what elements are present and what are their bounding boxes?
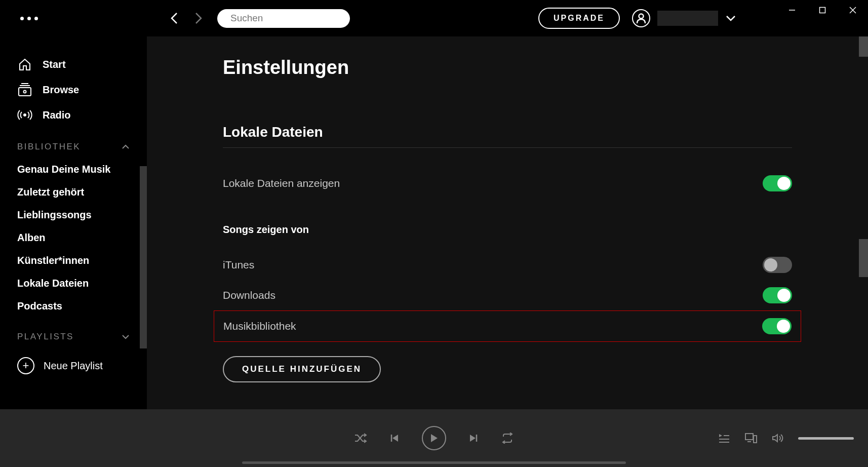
user-icon [636, 13, 646, 24]
setting-label: Lokale Dateien anzeigen [223, 177, 340, 189]
sidebar-playlists-header[interactable]: PLAYLISTS [0, 318, 147, 348]
sidebar-header-label: PLAYLISTS [17, 332, 74, 342]
close-button[interactable] [838, 0, 868, 20]
sidebar-item-radio[interactable]: Radio [0, 102, 147, 128]
volume-icon [772, 433, 784, 443]
sidebar-library-header[interactable]: BIBLIOTHEK [0, 128, 147, 158]
toggle-knob [777, 320, 790, 333]
sidebar-lib-artists[interactable]: Künstler*innen [0, 249, 147, 272]
new-playlist-label: Neue Playlist [44, 360, 103, 372]
repeat-button[interactable] [501, 433, 514, 444]
nav-forward[interactable] [193, 11, 203, 25]
next-button[interactable] [468, 433, 479, 443]
svg-point-8 [24, 91, 26, 93]
setting-label: Downloads [223, 289, 275, 301]
menu-dots[interactable] [20, 17, 38, 20]
local-files-heading: Lokale Dateien [223, 124, 792, 148]
home-icon [17, 57, 32, 72]
user-avatar [632, 9, 650, 27]
chevron-down-icon [725, 15, 736, 22]
user-menu[interactable] [632, 9, 736, 27]
plus-icon: + [17, 357, 34, 374]
toggle-knob [777, 289, 791, 302]
toggle-music-library[interactable] [762, 318, 792, 334]
sidebar-lib-podcasts[interactable]: Podcasts [0, 295, 147, 318]
devices-button[interactable] [744, 433, 758, 444]
radio-icon [17, 107, 32, 123]
sidebar-lib-likedsongs[interactable]: Lieblingssongs [0, 204, 147, 226]
devices-icon [744, 433, 758, 444]
play-button[interactable] [422, 426, 446, 450]
menu-dot [27, 17, 31, 20]
search-input[interactable] [230, 13, 350, 24]
volume-button[interactable] [772, 433, 784, 443]
queue-icon [718, 433, 730, 443]
maximize-icon [819, 7, 826, 14]
svg-marker-22 [773, 435, 777, 442]
sidebar-item-start[interactable]: Start [0, 52, 147, 77]
page-title: Einstellungen [223, 57, 792, 79]
setting-itunes: iTunes [223, 250, 792, 280]
player-bar [0, 409, 868, 467]
progress-bar[interactable] [242, 461, 626, 464]
setting-music-library: Musikbibliothek [214, 310, 801, 342]
sidebar-item-browse[interactable]: Browse [0, 77, 147, 102]
svg-rect-1 [820, 8, 825, 13]
skip-forward-icon [468, 433, 479, 443]
svg-marker-12 [431, 434, 438, 442]
chevron-down-icon [122, 334, 130, 339]
setting-label: iTunes [223, 259, 254, 271]
menu-dot [20, 17, 24, 20]
new-playlist-button[interactable]: + Neue Playlist [0, 348, 147, 383]
play-icon [430, 434, 438, 443]
svg-marker-11 [392, 435, 398, 442]
sidebar-lib-recent[interactable]: Zuletzt gehört [0, 181, 147, 204]
svg-point-6 [639, 14, 644, 19]
chevron-right-icon [193, 11, 203, 25]
shuffle-button[interactable] [354, 433, 367, 444]
content-scrollbar[interactable] [859, 239, 868, 277]
chevron-up-icon [122, 144, 130, 149]
toggle-itunes[interactable] [763, 257, 792, 273]
upgrade-button[interactable]: UPGRADE [538, 8, 620, 29]
sidebar-item-label: Start [43, 59, 66, 70]
svg-rect-7 [19, 88, 31, 96]
volume-slider[interactable] [798, 437, 854, 440]
nav-back[interactable] [170, 11, 180, 25]
songs-from-heading: Songs zeigen von [223, 224, 792, 236]
toggle-show-local-files[interactable] [763, 175, 792, 191]
sidebar-item-label: Browse [43, 84, 79, 96]
minimize-button[interactable] [777, 0, 807, 20]
browse-icon [17, 82, 32, 97]
repeat-icon [501, 433, 514, 444]
menu-dot [34, 17, 38, 20]
toggle-knob [777, 177, 791, 190]
skip-back-icon [389, 433, 400, 443]
add-source-button[interactable]: QUELLE HINZUFÜGEN [223, 356, 381, 382]
setting-label: Musikbibliothek [223, 320, 296, 332]
previous-button[interactable] [389, 433, 400, 443]
toggle-downloads[interactable] [763, 287, 792, 303]
svg-point-9 [23, 113, 26, 116]
sidebar-lib-albums[interactable]: Alben [0, 226, 147, 249]
shuffle-icon [354, 433, 367, 444]
toggle-knob [764, 258, 777, 271]
sidebar-lib-localfiles[interactable]: Lokale Dateien [0, 272, 147, 295]
setting-downloads: Downloads [223, 280, 792, 310]
sidebar: Start Browse Radio BIBLIOTHEK Genau Dein… [0, 36, 147, 409]
maximize-button[interactable] [807, 0, 838, 20]
sidebar-item-label: Radio [43, 109, 71, 121]
svg-rect-21 [754, 436, 757, 443]
sidebar-scrollbar[interactable] [140, 166, 147, 348]
sidebar-lib-yourmusic[interactable]: Genau Deine Musik [0, 158, 147, 181]
user-name [657, 11, 718, 26]
content-scrollbar[interactable] [859, 36, 868, 57]
search-field-wrap[interactable] [217, 9, 350, 28]
svg-marker-13 [470, 435, 476, 442]
svg-marker-15 [719, 434, 722, 437]
settings-content: Einstellungen Lokale Dateien Lokale Date… [147, 36, 868, 409]
setting-show-local-files: Lokale Dateien anzeigen [223, 168, 792, 199]
sidebar-header-label: BIBLIOTHEK [17, 142, 81, 152]
queue-button[interactable] [718, 433, 730, 443]
close-icon [849, 7, 856, 14]
